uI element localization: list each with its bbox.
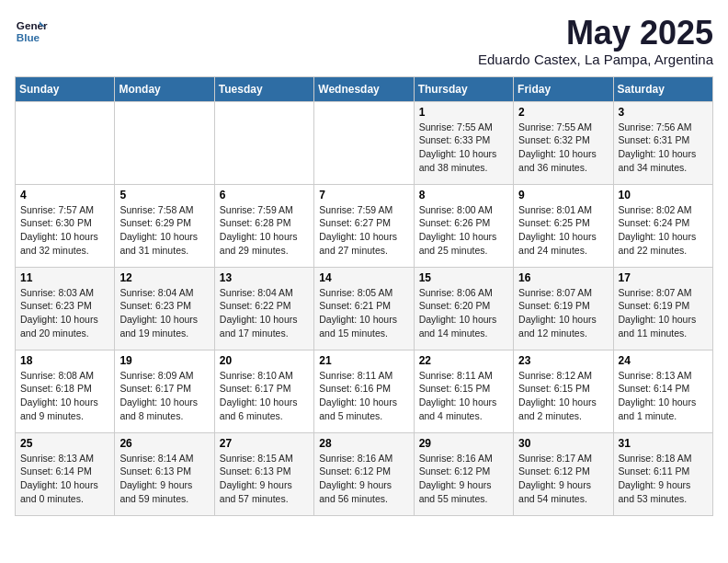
day-info: Sunrise: 8:06 AM Sunset: 6:20 PM Dayligh… bbox=[419, 286, 508, 340]
day-number: 10 bbox=[619, 189, 708, 201]
day-number: 28 bbox=[319, 437, 408, 450]
calendar-cell: 20Sunrise: 8:10 AM Sunset: 6:17 PM Dayli… bbox=[214, 350, 313, 432]
calendar-cell bbox=[314, 101, 414, 184]
day-info: Sunrise: 8:04 AM Sunset: 6:22 PM Dayligh… bbox=[220, 286, 309, 340]
day-info: Sunrise: 8:10 AM Sunset: 6:17 PM Dayligh… bbox=[220, 369, 309, 423]
calendar-cell: 22Sunrise: 8:11 AM Sunset: 6:15 PM Dayli… bbox=[414, 350, 513, 432]
day-number: 2 bbox=[518, 106, 608, 119]
calendar-cell: 24Sunrise: 8:13 AM Sunset: 6:14 PM Dayli… bbox=[613, 350, 712, 432]
main-title: May 2025 bbox=[478, 15, 713, 52]
day-info: Sunrise: 8:16 AM Sunset: 6:12 PM Dayligh… bbox=[319, 452, 408, 506]
calendar-cell: 25Sunrise: 8:13 AM Sunset: 6:14 PM Dayli… bbox=[16, 432, 115, 515]
header: General Blue May 2025 Eduardo Castex, La… bbox=[15, 15, 713, 67]
calendar-cell bbox=[115, 101, 214, 184]
calendar-cell: 15Sunrise: 8:06 AM Sunset: 6:20 PM Dayli… bbox=[414, 267, 513, 350]
calendar-cell: 10Sunrise: 8:02 AM Sunset: 6:24 PM Dayli… bbox=[613, 184, 712, 267]
day-number: 15 bbox=[419, 271, 508, 284]
weekday-header-thursday: Thursday bbox=[414, 76, 513, 101]
calendar-cell: 7Sunrise: 7:59 AM Sunset: 6:27 PM Daylig… bbox=[314, 184, 414, 267]
calendar-table: SundayMondayTuesdayWednesdayThursdayFrid… bbox=[15, 76, 713, 516]
weekday-header-friday: Friday bbox=[514, 76, 613, 101]
day-info: Sunrise: 8:13 AM Sunset: 6:14 PM Dayligh… bbox=[20, 452, 109, 506]
day-info: Sunrise: 8:13 AM Sunset: 6:14 PM Dayligh… bbox=[619, 369, 708, 423]
day-number: 14 bbox=[319, 271, 408, 284]
calendar-cell: 29Sunrise: 8:16 AM Sunset: 6:12 PM Dayli… bbox=[414, 432, 513, 515]
day-number: 3 bbox=[619, 106, 708, 119]
day-number: 9 bbox=[518, 189, 608, 201]
day-info: Sunrise: 7:59 AM Sunset: 6:27 PM Dayligh… bbox=[319, 203, 408, 258]
day-info: Sunrise: 8:09 AM Sunset: 6:17 PM Dayligh… bbox=[119, 369, 209, 423]
calendar-cell: 13Sunrise: 8:04 AM Sunset: 6:22 PM Dayli… bbox=[214, 267, 313, 350]
day-number: 5 bbox=[119, 189, 209, 201]
calendar-cell: 8Sunrise: 8:00 AM Sunset: 6:26 PM Daylig… bbox=[414, 184, 513, 267]
day-number: 25 bbox=[20, 437, 109, 450]
day-number: 27 bbox=[220, 437, 309, 450]
day-number: 21 bbox=[319, 354, 408, 367]
day-info: Sunrise: 8:12 AM Sunset: 6:15 PM Dayligh… bbox=[518, 369, 608, 423]
calendar-cell: 4Sunrise: 7:57 AM Sunset: 6:30 PM Daylig… bbox=[16, 184, 115, 267]
day-number: 24 bbox=[619, 354, 708, 367]
day-number: 23 bbox=[518, 354, 608, 367]
day-info: Sunrise: 8:07 AM Sunset: 6:19 PM Dayligh… bbox=[619, 286, 708, 340]
logo-icon: General Blue bbox=[15, 15, 48, 48]
title-area: May 2025 Eduardo Castex, La Pampa, Argen… bbox=[478, 15, 713, 67]
day-info: Sunrise: 7:57 AM Sunset: 6:30 PM Dayligh… bbox=[20, 203, 109, 258]
day-info: Sunrise: 8:02 AM Sunset: 6:24 PM Dayligh… bbox=[619, 203, 708, 258]
day-number: 19 bbox=[119, 354, 209, 367]
day-info: Sunrise: 7:59 AM Sunset: 6:28 PM Dayligh… bbox=[220, 203, 309, 258]
calendar-cell: 17Sunrise: 8:07 AM Sunset: 6:19 PM Dayli… bbox=[613, 267, 712, 350]
calendar-cell: 30Sunrise: 8:17 AM Sunset: 6:12 PM Dayli… bbox=[514, 432, 613, 515]
calendar-cell: 12Sunrise: 8:04 AM Sunset: 6:23 PM Dayli… bbox=[115, 267, 214, 350]
calendar-cell: 6Sunrise: 7:59 AM Sunset: 6:28 PM Daylig… bbox=[214, 184, 313, 267]
day-info: Sunrise: 8:01 AM Sunset: 6:25 PM Dayligh… bbox=[518, 203, 608, 258]
day-number: 1 bbox=[419, 106, 508, 119]
calendar-cell: 31Sunrise: 8:18 AM Sunset: 6:11 PM Dayli… bbox=[613, 432, 712, 515]
calendar-cell: 16Sunrise: 8:07 AM Sunset: 6:19 PM Dayli… bbox=[514, 267, 613, 350]
day-number: 13 bbox=[220, 271, 309, 284]
calendar-cell: 21Sunrise: 8:11 AM Sunset: 6:16 PM Dayli… bbox=[314, 350, 414, 432]
day-info: Sunrise: 7:55 AM Sunset: 6:32 PM Dayligh… bbox=[518, 121, 608, 175]
weekday-header-monday: Monday bbox=[115, 76, 214, 101]
calendar-cell: 26Sunrise: 8:14 AM Sunset: 6:13 PM Dayli… bbox=[115, 432, 214, 515]
day-info: Sunrise: 8:03 AM Sunset: 6:23 PM Dayligh… bbox=[20, 286, 109, 340]
day-info: Sunrise: 8:00 AM Sunset: 6:26 PM Dayligh… bbox=[419, 203, 508, 258]
day-info: Sunrise: 8:08 AM Sunset: 6:18 PM Dayligh… bbox=[20, 369, 109, 423]
day-info: Sunrise: 8:17 AM Sunset: 6:12 PM Dayligh… bbox=[518, 452, 608, 506]
day-number: 22 bbox=[419, 354, 508, 367]
day-info: Sunrise: 8:07 AM Sunset: 6:19 PM Dayligh… bbox=[518, 286, 608, 340]
day-number: 31 bbox=[619, 437, 708, 450]
calendar-cell bbox=[16, 101, 115, 184]
calendar-cell: 19Sunrise: 8:09 AM Sunset: 6:17 PM Dayli… bbox=[115, 350, 214, 432]
calendar-cell: 23Sunrise: 8:12 AM Sunset: 6:15 PM Dayli… bbox=[514, 350, 613, 432]
calendar-cell: 18Sunrise: 8:08 AM Sunset: 6:18 PM Dayli… bbox=[16, 350, 115, 432]
day-number: 11 bbox=[20, 271, 109, 284]
calendar-cell: 3Sunrise: 7:56 AM Sunset: 6:31 PM Daylig… bbox=[613, 101, 712, 184]
day-number: 26 bbox=[119, 437, 209, 450]
day-info: Sunrise: 8:04 AM Sunset: 6:23 PM Dayligh… bbox=[119, 286, 209, 340]
day-number: 17 bbox=[619, 271, 708, 284]
day-info: Sunrise: 8:15 AM Sunset: 6:13 PM Dayligh… bbox=[220, 452, 309, 506]
day-info: Sunrise: 8:05 AM Sunset: 6:21 PM Dayligh… bbox=[319, 286, 408, 340]
calendar-cell: 27Sunrise: 8:15 AM Sunset: 6:13 PM Dayli… bbox=[214, 432, 313, 515]
day-info: Sunrise: 8:14 AM Sunset: 6:13 PM Dayligh… bbox=[119, 452, 209, 506]
weekday-header-sunday: Sunday bbox=[16, 76, 115, 101]
day-info: Sunrise: 8:18 AM Sunset: 6:11 PM Dayligh… bbox=[619, 452, 708, 506]
weekday-header-wednesday: Wednesday bbox=[314, 76, 414, 101]
calendar-cell: 28Sunrise: 8:16 AM Sunset: 6:12 PM Dayli… bbox=[314, 432, 414, 515]
day-info: Sunrise: 8:11 AM Sunset: 6:16 PM Dayligh… bbox=[319, 369, 408, 423]
day-number: 6 bbox=[220, 189, 309, 201]
day-info: Sunrise: 8:11 AM Sunset: 6:15 PM Dayligh… bbox=[419, 369, 508, 423]
day-info: Sunrise: 7:55 AM Sunset: 6:33 PM Dayligh… bbox=[419, 121, 508, 175]
svg-text:Blue: Blue bbox=[17, 31, 40, 43]
day-number: 18 bbox=[20, 354, 109, 367]
weekday-header-saturday: Saturday bbox=[613, 76, 712, 101]
calendar-cell bbox=[214, 101, 313, 184]
calendar-cell: 2Sunrise: 7:55 AM Sunset: 6:32 PM Daylig… bbox=[514, 101, 613, 184]
day-number: 29 bbox=[419, 437, 508, 450]
calendar-cell: 11Sunrise: 8:03 AM Sunset: 6:23 PM Dayli… bbox=[16, 267, 115, 350]
calendar-cell: 5Sunrise: 7:58 AM Sunset: 6:29 PM Daylig… bbox=[115, 184, 214, 267]
calendar-cell: 9Sunrise: 8:01 AM Sunset: 6:25 PM Daylig… bbox=[514, 184, 613, 267]
calendar-cell: 14Sunrise: 8:05 AM Sunset: 6:21 PM Dayli… bbox=[314, 267, 414, 350]
day-number: 20 bbox=[220, 354, 309, 367]
day-number: 16 bbox=[518, 271, 608, 284]
